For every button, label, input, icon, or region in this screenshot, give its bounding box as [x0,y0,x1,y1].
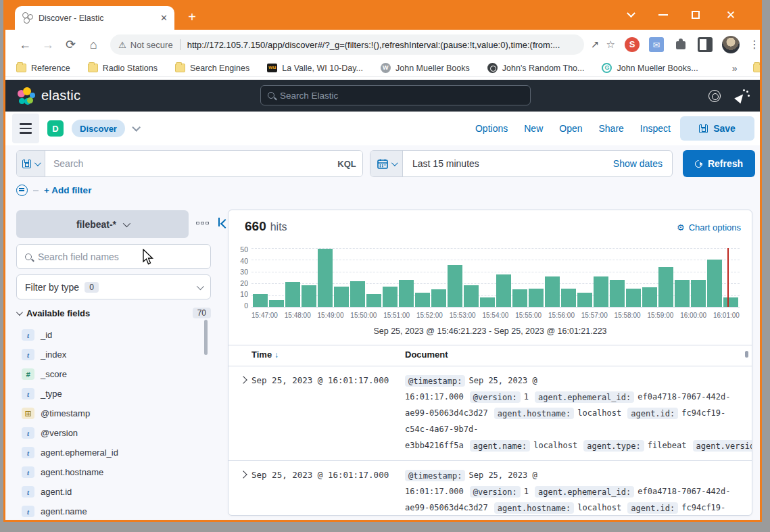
histogram-bar[interactable] [302,285,316,307]
field-item[interactable]: t agent.hostname [22,462,199,482]
histogram-bar[interactable] [561,289,576,307]
field-search-input[interactable] [38,251,202,262]
new-tab-button[interactable]: + [183,7,201,26]
column-header-time[interactable]: Time↓ [251,349,279,360]
bookmark-item[interactable]: John Mueller Books... [602,63,698,73]
histogram-bar[interactable] [383,287,398,307]
appbar-action-link[interactable]: Inspect [640,123,671,134]
bookmark-item[interactable]: Search Engines [175,64,249,73]
show-dates-link[interactable]: Show dates [604,151,672,176]
field-key-badge[interactable]: agent.hostname: [494,408,574,419]
forward-icon[interactable]: → [38,34,58,55]
security-label[interactable]: Not secure [130,40,173,50]
field-key-badge[interactable]: agent.ephemeral_id: [535,486,634,498]
histogram-bar[interactable] [350,281,365,307]
field-key-badge[interactable]: agent.hostname: [494,502,574,514]
window-close-button[interactable]: ✕ [715,0,746,30]
query-search-input[interactable] [45,151,331,176]
field-key-badge[interactable]: @timestamp: [405,470,465,481]
expand-row-icon[interactable] [238,375,249,386]
histogram-bar[interactable] [318,249,333,307]
space-badge[interactable]: D [47,120,64,137]
histogram-bar[interactable] [707,260,722,307]
home-icon[interactable]: ⌂ [83,34,103,55]
bookmark-item[interactable]: Radio Stations [88,64,158,73]
field-item[interactable]: t agent.ephemeral_id [22,443,199,462]
histogram-bar[interactable] [658,267,673,307]
histogram-bar[interactable] [366,294,381,307]
bookmarks-overflow-chevron[interactable]: » [732,63,738,74]
histogram-bar[interactable] [577,293,592,307]
share-icon[interactable]: ↗ [591,39,600,51]
field-item[interactable]: # _score [22,364,199,384]
back-icon[interactable]: ← [15,34,35,55]
data-view-picker[interactable]: filebeat-* [16,210,189,238]
extension-mail-icon[interactable]: ✉ [649,37,664,52]
extensions-puzzle-icon[interactable] [673,37,688,52]
field-key-badge[interactable]: agent.id: [627,502,678,514]
column-header-document[interactable]: Document [405,349,448,360]
field-key-badge[interactable]: agent.ephemeral_id: [535,391,634,403]
histogram-bar[interactable] [253,294,268,307]
histogram-bar[interactable] [545,276,560,307]
filter-menu-icon[interactable] [16,185,28,196]
field-key-badge[interactable]: agent.name: [470,440,530,452]
available-fields-header[interactable]: Available fields 70 [16,308,211,318]
histogram-bar[interactable] [610,280,625,307]
saved-query-icon[interactable] [17,151,45,176]
histogram-bar[interactable] [334,287,349,307]
appbar-action-link[interactable]: Share [599,123,624,134]
appbar-action-link[interactable]: New [524,123,543,134]
bookmark-item[interactable]: Reference [16,64,70,73]
field-key-badge[interactable]: agent.type: [583,440,644,452]
global-search-input[interactable] [280,91,523,101]
histogram-bar[interactable] [464,285,479,307]
expand-row-icon[interactable] [238,470,249,481]
field-item[interactable]: t _id [22,325,199,345]
help-icon[interactable] [708,90,721,102]
field-key-badge[interactable]: @version: [470,486,521,498]
histogram-bar[interactable] [480,297,495,307]
menu-hamburger-icon[interactable] [12,114,39,143]
histogram-bar[interactable] [723,297,738,307]
elastic-logo[interactable]: elastic [18,87,80,105]
browser-tab[interactable]: Discover - Elastic ✕ [15,6,174,30]
field-item[interactable]: t agent.id [22,482,199,502]
browser-menu-icon[interactable] [749,37,760,52]
tab-close-icon[interactable]: ✕ [160,13,168,23]
histogram-bar[interactable] [529,289,544,307]
appbar-action-link[interactable]: Options [475,123,508,134]
histogram-bar[interactable] [626,289,641,307]
field-key-badge[interactable]: @version: [470,391,521,403]
breadcrumb[interactable]: Discover [72,120,125,137]
add-filter-link[interactable]: + Add filter [44,185,91,195]
histogram-bar[interactable] [399,280,414,307]
chevron-down-icon[interactable] [132,123,141,132]
histogram-bar[interactable] [269,300,284,307]
profile-avatar[interactable] [722,36,740,53]
window-minimize-button[interactable] [648,0,679,30]
field-options-icon[interactable] [196,218,211,228]
time-range-value[interactable]: Last 15 minutes [403,151,604,176]
extension-reader-icon[interactable] [698,37,713,52]
field-search-box[interactable] [16,244,211,269]
histogram-bar[interactable] [594,276,608,307]
bookmark-star-icon[interactable]: ☆ [606,39,615,51]
field-key-badge[interactable]: agent.id: [627,408,678,419]
global-search-box[interactable] [260,85,531,105]
chart-options-button[interactable]: ⚙ Chart options [677,222,741,233]
histogram-bar[interactable] [431,289,446,307]
filter-by-type-dropdown[interactable]: Filter by type 0 [16,274,211,299]
bookmark-item[interactable]: La Valle, WI 10-Day... [267,64,363,73]
extension-s-icon[interactable]: S [625,37,640,52]
window-chevron-button[interactable] [615,0,646,30]
kql-language-button[interactable]: KQL [331,151,362,176]
histogram-bar[interactable] [496,274,511,307]
field-item[interactable]: t @version [22,423,199,443]
histogram-bar[interactable] [691,280,706,307]
histogram-bar[interactable] [415,293,430,307]
histogram-bar[interactable] [642,287,657,307]
calendar-icon[interactable] [370,151,403,176]
field-key-badge[interactable]: @timestamp: [405,375,465,387]
field-item[interactable]: t agent.name [22,502,199,521]
